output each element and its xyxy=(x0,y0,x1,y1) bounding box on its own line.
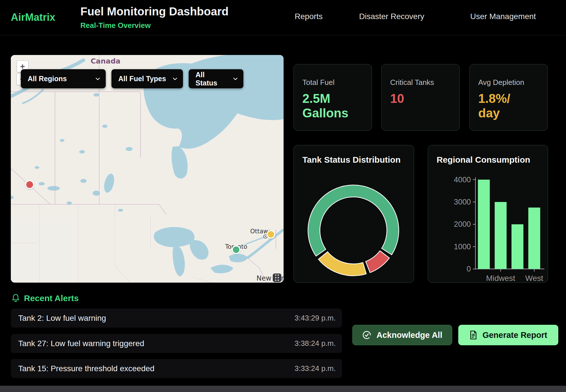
region-filter-value: All Regions xyxy=(28,75,67,83)
stat-value-line1: 10 xyxy=(390,91,451,106)
nav-disaster-recovery[interactable]: Disaster Recovery xyxy=(359,12,424,21)
map-label-canada: Canada xyxy=(91,57,121,65)
status-filter-dropdown[interactable]: All Status xyxy=(189,69,243,88)
chart-title: Regional Consumption xyxy=(437,155,530,165)
ottawa-town-dot-center xyxy=(265,236,266,237)
chevron-down-icon xyxy=(173,77,177,80)
stat-value-line1: 2.5M xyxy=(302,91,363,106)
regional-consumption-chart-panel: 01000200030004000MidwestWest Regional Co… xyxy=(428,145,548,283)
svg-text:West: West xyxy=(525,274,543,282)
generate-report-label: Generate Report xyxy=(482,330,547,340)
alert-message: Tank 2: Low fuel warning xyxy=(18,314,106,323)
stat-card-total-fuel: Total Fuel 2.5M Gallons xyxy=(294,64,372,131)
region-filter-dropdown[interactable]: All Regions xyxy=(21,69,106,88)
tank-status-chart-panel: Tank Status Distribution xyxy=(294,145,414,283)
map-canvas[interactable]: Canada Ottawa Toronto New York xyxy=(11,55,284,283)
stat-value-line2: day xyxy=(478,106,539,121)
stat-card-critical-tanks: Critical Tanks 10 xyxy=(381,64,460,131)
nav-reports[interactable]: Reports xyxy=(295,12,323,21)
stat-label: Avg Depletion xyxy=(478,78,539,87)
map-marker-critical[interactable] xyxy=(25,180,34,189)
svg-text:0: 0 xyxy=(467,265,471,273)
alert-message: Tank 27: Low fuel warning triggered xyxy=(18,339,144,348)
alert-message: Tank 15: Pressure threshold exceeded xyxy=(18,364,154,373)
map-marker-warning[interactable] xyxy=(266,230,275,239)
svg-text:2000: 2000 xyxy=(454,220,471,228)
stat-label: Critical Tanks xyxy=(390,78,451,87)
stat-value-line2: Gallons xyxy=(302,106,363,121)
map-panel[interactable]: Canada Ottawa Toronto New York + − All R… xyxy=(11,55,284,283)
alert-timestamp: 3:38:24 p.m. xyxy=(294,339,336,348)
alert-timestamp: 3:33:24 p.m. xyxy=(294,364,336,373)
tank-status-donut-chart xyxy=(294,145,414,282)
svg-text:1000: 1000 xyxy=(454,242,471,251)
acknowledge-all-button[interactable]: Acknowledge All xyxy=(352,325,452,345)
alert-row[interactable]: Tank 27: Low fuel warning triggered 3:38… xyxy=(11,334,342,353)
chart-title: Tank Status Distribution xyxy=(302,155,400,165)
regional-consumption-bar-chart: 01000200030004000MidwestWest xyxy=(428,145,548,282)
document-icon xyxy=(469,330,477,340)
acknowledge-all-label: Acknowledge All xyxy=(376,330,442,340)
fuel-type-filter-value: All Fuel Types xyxy=(118,75,166,83)
generate-report-button[interactable]: Generate Report xyxy=(458,325,558,345)
nav-user-management[interactable]: User Management xyxy=(470,12,536,21)
drag-handle-icon[interactable] xyxy=(273,273,281,282)
page-subtitle: Real-Time Overview xyxy=(80,21,151,30)
chevron-down-icon xyxy=(95,77,100,80)
fuel-type-filter-dropdown[interactable]: All Fuel Types xyxy=(111,69,183,88)
svg-text:Midwest: Midwest xyxy=(486,274,515,282)
bell-icon xyxy=(11,294,20,303)
brand-logo: AirMatrix xyxy=(11,11,55,23)
header: AirMatrix Fuel Monitoring Dashboard Real… xyxy=(0,0,566,35)
check-circle-icon xyxy=(362,330,371,340)
map-marker-normal[interactable] xyxy=(232,245,241,254)
alert-row[interactable]: Tank 15: Pressure threshold exceeded 3:3… xyxy=(11,359,342,378)
alerts-section-title: Recent Alerts xyxy=(24,293,79,303)
alert-row[interactable]: Tank 2: Low fuel warning 3:43:29 p.m. xyxy=(11,309,342,328)
stat-value-line1: 1.8%/ xyxy=(478,91,539,106)
page-title: Fuel Monitoring Dashboard xyxy=(80,5,229,18)
bottom-bar xyxy=(0,386,566,392)
chevron-down-icon xyxy=(233,77,238,80)
stat-card-avg-depletion: Avg Depletion 1.8%/ day xyxy=(469,64,548,131)
alert-timestamp: 3:43:29 p.m. xyxy=(294,314,336,322)
status-filter-value: All Status xyxy=(196,71,227,87)
stat-label: Total Fuel xyxy=(302,78,363,87)
svg-text:4000: 4000 xyxy=(454,175,471,184)
svg-text:3000: 3000 xyxy=(454,198,471,206)
